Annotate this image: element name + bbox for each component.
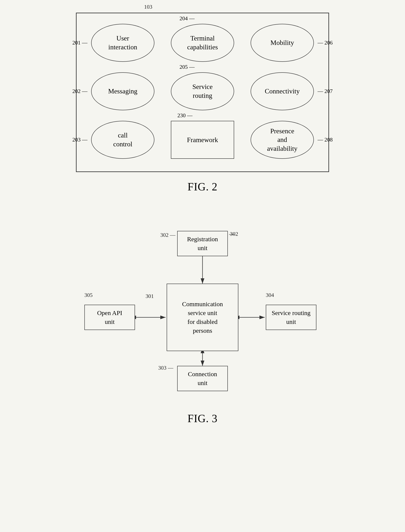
- ref-103: 103: [144, 4, 152, 10]
- page-container: 103 201 — User interaction 204 — Termina…: [55, 13, 350, 425]
- ref-204: 204 —: [180, 15, 195, 22]
- ref-230: 230 —: [177, 112, 193, 119]
- fig3-diagram: Registration unit 302 — Communication se…: [76, 214, 329, 404]
- cell-presence: Presence and availability — 208: [249, 121, 316, 159]
- cell-user-interaction: 201 — User interaction: [89, 24, 156, 62]
- fig2-outer-box: 103 201 — User interaction 204 — Termina…: [76, 13, 329, 172]
- fig3-ref-305-label: 305: [84, 292, 93, 298]
- fig2-grid: 201 — User interaction 204 — Terminal ca…: [89, 24, 316, 159]
- cell-mobility: Mobility — 206: [249, 24, 316, 62]
- fig3-title: FIG. 3: [188, 412, 217, 425]
- ellipse-mobility: Mobility: [251, 24, 314, 62]
- ellipse-call-control: call control: [91, 121, 154, 159]
- fig3-ref-303-label: 303 —: [158, 365, 173, 371]
- registration-unit-box: Registration unit: [177, 231, 228, 256]
- fig3-ref-301-label: 301: [146, 293, 154, 299]
- ref-205: 205 —: [180, 64, 195, 70]
- fig3-ref-304-label: 304: [266, 292, 274, 298]
- ref-202: 202 —: [72, 88, 88, 94]
- ellipse-terminal: Terminal capabilities: [171, 24, 234, 62]
- cell-framework: 230 — Framework: [169, 121, 236, 159]
- ref-302-dash: —: [229, 231, 235, 237]
- ref-207: — 207: [318, 88, 333, 94]
- cell-call-control: 203 — call control: [89, 121, 156, 159]
- ref-201: 201 —: [72, 40, 88, 46]
- ref-206: — 206: [318, 40, 333, 46]
- cell-connectivity: Connectivity — 207: [249, 72, 316, 110]
- fig3-ref-302-label: 302 —: [160, 232, 176, 238]
- ref-203: 203 —: [72, 137, 88, 143]
- cell-terminal: 204 — Terminal capabilities: [169, 24, 236, 62]
- fig2-section: 103 201 — User interaction 204 — Termina…: [55, 13, 350, 193]
- fig3-section: Registration unit 302 — Communication se…: [55, 214, 350, 425]
- ref-208: — 208: [318, 137, 333, 143]
- comm-service-box: Communication service unit for disabled …: [167, 284, 238, 351]
- ellipse-user-interaction: User interaction: [91, 24, 154, 62]
- cell-service-routing: 205 — Service routing: [169, 72, 236, 110]
- service-routing-box: Service routing unit: [266, 305, 316, 330]
- box-framework: Framework: [171, 121, 234, 159]
- ellipse-presence: Presence and availability: [251, 121, 314, 159]
- ellipse-service-routing: Service routing: [171, 72, 234, 110]
- fig2-title: FIG. 2: [188, 180, 217, 193]
- ellipse-connectivity: Connectivity: [251, 72, 314, 110]
- ellipse-messaging: Messaging: [91, 72, 154, 110]
- cell-messaging: 202 — Messaging: [89, 72, 156, 110]
- connection-unit-box: Connection unit: [177, 366, 228, 391]
- open-api-box: Open API unit: [84, 305, 135, 330]
